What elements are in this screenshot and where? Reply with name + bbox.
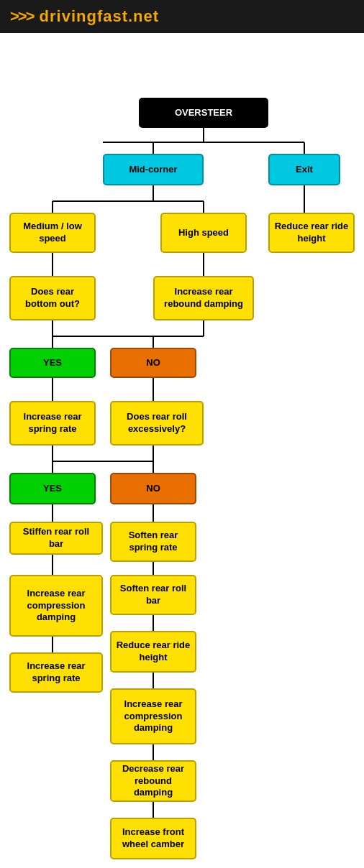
- oversteer-node: OVERSTEER: [139, 98, 268, 128]
- no2-node: NO: [110, 473, 196, 504]
- logo-chevrons-icon: >>>: [10, 7, 34, 26]
- flowchart: OVERSTEER Mid-corner Exit Medium / low s…: [0, 33, 364, 867]
- reduce-rear-height-exit-node: Reduce rear ride height: [268, 213, 355, 253]
- reduce-rear-ride-node: Reduce rear ride height: [110, 631, 196, 673]
- high-speed-node: High speed: [160, 213, 247, 253]
- does-rear-bottom-node: Does rear bottom out?: [9, 276, 96, 320]
- medium-low-node: Medium / low speed: [9, 213, 96, 253]
- soften-rear-spring-node: Soften rear spring rate: [110, 522, 196, 562]
- does-rear-roll-node: Does rear roll excessively?: [110, 401, 204, 445]
- increase-rear-spring1-node: Increase rear spring rate: [9, 401, 96, 445]
- increase-rear-spring2-node: Increase rear spring rate: [9, 652, 103, 693]
- mid-corner-node: Mid-corner: [103, 154, 204, 185]
- stiffen-rear-roll-node: Stiffen rear roll bar: [9, 522, 103, 555]
- exit-node: Exit: [268, 154, 340, 185]
- increase-rear-compression2-node: Increase rear compression damping: [110, 688, 196, 744]
- soften-rear-roll-node: Soften rear roll bar: [110, 575, 196, 615]
- yes2-node: YES: [9, 473, 96, 504]
- yes1-node: YES: [9, 348, 96, 378]
- increase-rear-rebound-node: Increase rear rebound damping: [153, 276, 254, 320]
- decrease-rear-rebound-node: Decrease rear rebound damping: [110, 760, 196, 802]
- header: >>> drivingfast.net: [0, 0, 364, 33]
- increase-front-camber-node: Increase front wheel camber: [110, 818, 196, 859]
- logo-text: drivingfast.net: [40, 7, 160, 26]
- no1-node: NO: [110, 348, 196, 378]
- increase-rear-compression-node: Increase rear compression damping: [9, 575, 103, 637]
